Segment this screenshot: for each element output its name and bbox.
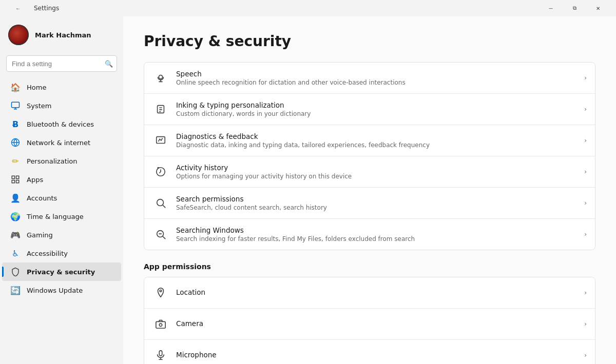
inking-icon [152, 101, 169, 117]
activity-desc: Options for managing your activity histo… [176, 173, 577, 180]
apps-icon [10, 174, 21, 185]
sidebar-item-accessibility[interactable]: ♿ Accessibility [2, 244, 121, 262]
sidebar-item-apps[interactable]: Apps [2, 170, 121, 189]
home-icon: 🏠 [10, 82, 21, 92]
sidebar-item-system-label: System [27, 102, 51, 110]
gaming-icon: 🎮 [10, 230, 21, 240]
settings-list-app-perms: Location › Camera › [144, 277, 595, 364]
user-section: Mark Hachman [0, 21, 123, 53]
sidebar-item-gaming[interactable]: 🎮 Gaming [2, 226, 121, 244]
settings-item-diagnostics[interactable]: Diagnostics & feedback Diagnostic data, … [144, 125, 595, 156]
search-icon: 🔍 [105, 60, 113, 68]
camera-title: Camera [176, 319, 577, 328]
app-permissions-label: App permissions [144, 262, 595, 271]
settings-item-location[interactable]: Location › [144, 277, 595, 309]
sidebar-item-accounts[interactable]: 👤 Accounts [2, 189, 121, 207]
sidebar-item-bluetooth[interactable]: Ƀ Bluetooth & devices [2, 115, 121, 133]
network-icon [10, 137, 21, 148]
camera-text: Camera [176, 319, 577, 329]
diagnostics-icon [152, 132, 169, 149]
sidebar-item-system[interactable]: System [2, 96, 121, 115]
svg-point-22 [160, 290, 162, 292]
sidebar-item-personalization-label: Personalization [27, 157, 78, 165]
accessibility-icon: ♿ [10, 248, 21, 258]
settings-item-inking[interactable]: Inking & typing personalization Custom d… [144, 94, 595, 125]
location-chevron: › [584, 289, 587, 296]
titlebar-left: ← Settings [6, 0, 59, 16]
searching-windows-icon [152, 226, 169, 242]
sidebar-item-bluetooth-label: Bluetooth & devices [27, 120, 94, 128]
sidebar-item-update-label: Windows Update [27, 287, 83, 294]
sidebar-item-gaming-label: Gaming [27, 231, 53, 239]
location-icon [152, 285, 169, 301]
titlebar: ← Settings ─ ⧉ ✕ [0, 0, 616, 16]
search-input[interactable] [6, 55, 117, 72]
sidebar-item-personalization[interactable]: ✏️ Personalization [2, 152, 121, 170]
sidebar-item-privacy[interactable]: Privacy & security [2, 262, 121, 281]
minimize-button[interactable]: ─ [539, 0, 563, 16]
search-perms-text: Search permissions SafeSearch, cloud con… [176, 195, 577, 211]
settings-item-activity[interactable]: Activity history Options for managing yo… [144, 156, 595, 188]
sidebar-item-home-label: Home [27, 84, 46, 91]
svg-point-17 [157, 199, 164, 206]
searching-windows-chevron: › [584, 231, 587, 238]
activity-title: Activity history [176, 164, 577, 172]
diagnostics-chevron: › [584, 137, 587, 144]
search-perms-icon [152, 195, 169, 211]
svg-line-18 [163, 205, 165, 208]
search-perms-title: Search permissions [176, 195, 577, 203]
speech-desc: Online speech recognition for dictation … [176, 79, 577, 86]
back-button[interactable]: ← [6, 0, 30, 16]
sidebar-item-network-label: Network & internet [27, 139, 90, 147]
settings-item-search-perms[interactable]: Search permissions SafeSearch, cloud con… [144, 188, 595, 219]
sidebar-item-time-label: Time & language [27, 213, 84, 220]
close-button[interactable]: ✕ [586, 0, 610, 16]
update-icon: 🔄 [10, 285, 21, 295]
sidebar-item-home[interactable]: 🏠 Home [2, 78, 121, 96]
diagnostics-text: Diagnostics & feedback Diagnostic data, … [176, 132, 577, 149]
avatar-image [8, 25, 29, 45]
searching-windows-desc: Search indexing for faster results, Find… [176, 235, 577, 242]
microphone-chevron: › [584, 352, 587, 359]
inking-text: Inking & typing personalization Custom d… [176, 101, 577, 117]
activity-chevron: › [584, 168, 587, 175]
search-box: 🔍 [6, 55, 117, 72]
camera-icon [152, 316, 169, 332]
settings-item-microphone[interactable]: Microphone › [144, 340, 595, 364]
settings-item-searching-windows[interactable]: Searching Windows Search indexing for fa… [144, 219, 595, 250]
sidebar-item-time[interactable]: 🌍 Time & language [2, 207, 121, 226]
sidebar-item-network[interactable]: Network & internet [2, 133, 121, 152]
privacy-icon [10, 267, 21, 277]
restore-button[interactable]: ⧉ [563, 0, 586, 16]
svg-point-24 [159, 323, 162, 327]
location-title: Location [176, 288, 577, 296]
inking-desc: Custom dictionary, words in your diction… [176, 110, 577, 117]
searching-windows-text: Searching Windows Search indexing for fa… [176, 226, 577, 242]
sidebar-item-update[interactable]: 🔄 Windows Update [2, 281, 121, 299]
microphone-icon [152, 347, 169, 363]
settings-item-speech[interactable]: Speech Online speech recognition for dic… [144, 63, 595, 94]
camera-chevron: › [584, 320, 587, 328]
system-icon [10, 100, 21, 111]
svg-rect-4 [12, 176, 14, 178]
app-body: Mark Hachman 🔍 🏠 Home System Ƀ Bluetooth… [0, 16, 616, 364]
diagnostics-desc: Diagnostic data, inking and typing data,… [176, 141, 577, 149]
time-icon: 🌍 [10, 211, 21, 221]
svg-point-8 [159, 75, 162, 79]
titlebar-controls: ─ ⧉ ✕ [539, 0, 610, 16]
sidebar-item-privacy-label: Privacy & security [27, 268, 95, 276]
sidebar-item-accessibility-label: Accessibility [27, 250, 68, 257]
sidebar-item-apps-label: Apps [27, 176, 43, 184]
svg-rect-28 [159, 351, 162, 356]
svg-rect-6 [12, 180, 14, 183]
searching-windows-title: Searching Windows [176, 226, 577, 234]
settings-item-camera[interactable]: Camera › [144, 309, 595, 340]
avatar [8, 25, 29, 45]
speech-title: Speech [176, 70, 577, 78]
inking-chevron: › [584, 106, 587, 113]
search-perms-desc: SafeSearch, cloud content search, search… [176, 204, 577, 211]
location-text: Location [176, 288, 577, 297]
svg-line-20 [163, 236, 165, 239]
search-perms-chevron: › [584, 199, 587, 207]
speech-icon [152, 70, 169, 86]
